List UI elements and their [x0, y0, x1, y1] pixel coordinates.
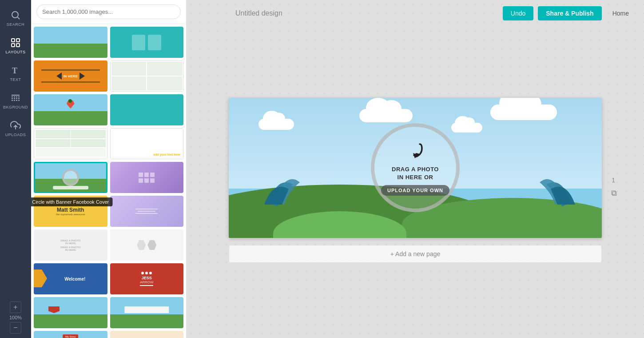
cloud-4 [451, 123, 482, 133]
list-item[interactable] [110, 60, 184, 92]
template-row: IN HERE [34, 60, 183, 92]
list-item[interactable] [110, 162, 184, 193]
sidebar-search-label: SEARCH [7, 22, 25, 27]
search-icon [10, 10, 21, 20]
add-new-page-button[interactable]: + Add a new page [229, 245, 602, 263]
layouts-icon [10, 37, 21, 48]
sidebar-item-layouts[interactable]: LAYOUTS [0, 32, 31, 60]
svg-rect-3 [16, 39, 20, 42]
canvas-container: 1 ⧉ [187, 0, 644, 338]
sidebar-item-search[interactable]: SEARCH [0, 4, 31, 32]
zoom-control: + 100% − [9, 302, 22, 334]
canvas-wrapper: 1 ⧉ [229, 98, 602, 263]
list-item[interactable]: JESS ARROW [110, 263, 184, 294]
template-row [34, 94, 183, 125]
background-icon [10, 93, 21, 103]
bird-left [264, 167, 322, 211]
svg-point-0 [12, 12, 18, 18]
list-item[interactable]: add your text here [110, 128, 184, 159]
list-item[interactable]: Welcome! [34, 263, 107, 294]
svg-text:T: T [12, 66, 17, 75]
list-item[interactable] [110, 196, 184, 227]
bird-right-svg [517, 167, 575, 211]
list-item[interactable]: Matt Smith the supremely awesome [34, 196, 107, 227]
cloud-3 [490, 105, 557, 120]
list-item[interactable] [110, 297, 184, 328]
sidebar-item-uploads[interactable]: UPLOADS [0, 115, 31, 142]
main-area: Untitled design Undo Share & Publish Hom… [187, 0, 644, 338]
sidebar-text-label: TEXT [10, 77, 21, 82]
svg-line-1 [18, 17, 20, 19]
sidebar-background-label: BKGROUND [3, 105, 28, 109]
drag-photo-text: DRAG A PHOTOIN HERE OR [392, 165, 439, 181]
template-row: My Story whoever i want to be [34, 331, 183, 338]
list-item[interactable]: My Story [34, 331, 107, 338]
templates-panel: IN HERE [31, 0, 187, 338]
list-item[interactable]: IN HERE [34, 60, 107, 92]
list-item[interactable] [34, 297, 107, 328]
drop-zone-circle[interactable]: DRAG A PHOTOIN HERE OR UPLOAD YOUR OWN [371, 123, 460, 212]
top-header: Untitled design Undo Share & Publish Hom… [218, 0, 644, 27]
home-button[interactable]: Home [606, 6, 635, 20]
templates-grid: IN HERE [31, 24, 186, 338]
cloud-2 [359, 109, 413, 122]
search-input[interactable] [36, 4, 181, 19]
left-sidebar: SEARCH LAYOUTS T TEXT BKGROUND UPLOADS +… [0, 0, 31, 338]
template-row [34, 27, 183, 58]
list-item[interactable] [110, 94, 184, 125]
matt-smith-text: Matt Smith [57, 207, 84, 213]
search-bar [31, 0, 186, 24]
template-row: Circle with Banner Facebook Cover [34, 162, 183, 193]
tooltip-wrapper: Circle with Banner Facebook Cover [34, 162, 107, 193]
list-item[interactable] [34, 162, 107, 193]
list-item[interactable] [34, 94, 107, 125]
text-icon: T [10, 65, 21, 76]
sidebar-uploads-label: UPLOADS [5, 133, 26, 137]
svg-rect-4 [12, 44, 15, 47]
drop-arrow-icon [404, 140, 426, 162]
list-item[interactable] [110, 27, 184, 58]
template-row: DRAG A PHOTOIN HERE DRAG A PHOTOIN HERE [34, 229, 183, 261]
sidebar-bottom: + 100% − [0, 302, 31, 338]
template-row: add your text here [34, 128, 183, 159]
list-item[interactable] [110, 229, 184, 261]
copy-page-button[interactable]: ⧉ [611, 189, 617, 198]
zoom-in-button[interactable]: + [10, 302, 21, 313]
upload-your-own-button[interactable]: UPLOAD YOUR OWN [381, 185, 449, 196]
list-item[interactable]: whoever i want to be [110, 331, 184, 338]
list-item[interactable]: DRAG A PHOTOIN HERE DRAG A PHOTOIN HERE [34, 229, 107, 261]
bird-left-svg [264, 167, 322, 211]
page-number: 1 [612, 177, 615, 184]
template-row: Matt Smith the supremely awesome [34, 196, 183, 227]
bird-right [517, 167, 575, 211]
canvas[interactable]: DRAG A PHOTOIN HERE OR UPLOAD YOUR OWN [229, 98, 602, 238]
svg-rect-5 [16, 44, 20, 47]
zoom-level: 100% [9, 315, 22, 320]
svg-rect-2 [12, 39, 15, 42]
sidebar-item-background[interactable]: BKGROUND [0, 87, 31, 115]
list-item[interactable] [34, 128, 107, 159]
template-row: Welcome! JESS ARROW [34, 263, 183, 294]
undo-button[interactable]: Undo [503, 6, 533, 20]
design-title: Untitled design [235, 9, 282, 17]
uploads-icon [10, 120, 21, 131]
cloud-1 [258, 119, 294, 130]
sidebar-layouts-label: LAYOUTS [6, 50, 26, 54]
zoom-out-button[interactable]: − [10, 322, 21, 334]
sidebar-item-text[interactable]: T TEXT [0, 60, 31, 87]
share-publish-button[interactable]: Share & Publish [538, 6, 601, 20]
list-item[interactable] [34, 27, 107, 58]
template-row [34, 297, 183, 328]
